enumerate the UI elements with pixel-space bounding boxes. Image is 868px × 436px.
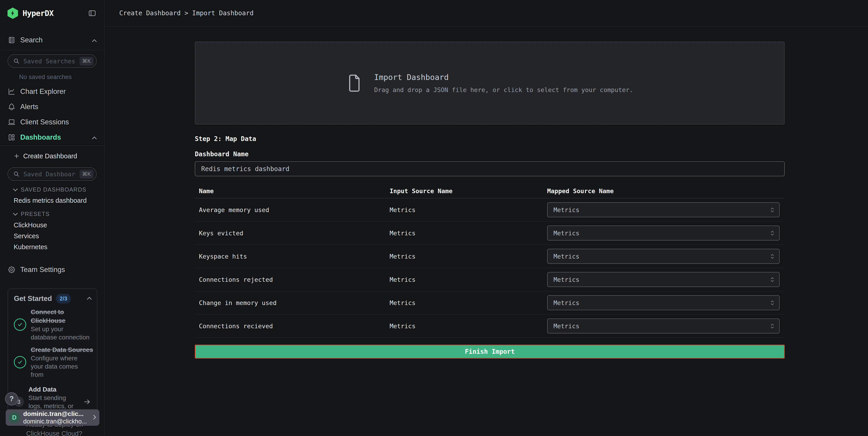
main-area: Create Dashboard > Import Dashboard Impo… (105, 0, 868, 436)
get-started-item-subtitle: Configure where your data comes from (31, 354, 91, 379)
hyperdx-logo-icon (7, 7, 18, 19)
saved-searches-search[interactable]: ⌘K (7, 54, 97, 68)
row-input-source: Metrics (390, 299, 547, 307)
sidebar-item-label: Dashboards (20, 133, 61, 142)
row-input-source: Metrics (390, 276, 547, 283)
chevron-right-icon (92, 415, 95, 420)
row-input-source: Metrics (390, 206, 547, 213)
column-header-name: Name (195, 187, 390, 195)
sidebar-item-services-preset[interactable]: Services (0, 231, 104, 241)
table-row: Connections recieved Metrics Metrics (195, 315, 785, 338)
sidebar: HyperDX Search ⌘K No saved searches Char… (0, 0, 105, 436)
create-dashboard-button[interactable]: Create Dashboard (0, 151, 104, 161)
breadcrumb: Create Dashboard > Import Dashboard (119, 9, 253, 17)
saved-searches-input[interactable] (23, 57, 76, 65)
select-chevrons-icon (771, 323, 773, 329)
mapped-source-select[interactable]: Metrics (547, 272, 780, 287)
preset-link-label: ClickHouse (14, 222, 47, 229)
preset-link-label: Services (14, 232, 39, 240)
sidebar-item-label: Client Sessions (20, 118, 69, 126)
select-value: Metrics (554, 299, 580, 307)
finish-import-button[interactable]: Finish Import (195, 345, 785, 358)
sidebar-item-alerts[interactable]: Alerts (0, 99, 104, 114)
json-file-dropzone[interactable]: Import Dashboard Drag and drop a JSON fi… (195, 41, 785, 125)
chevron-up-icon (93, 36, 96, 44)
saved-dashboards-input[interactable] (23, 170, 76, 178)
get-started-card: Get Started 2/3 Connect to ClickHouse Se… (7, 288, 97, 425)
sidebar-item-chart-explorer[interactable]: Chart Explorer (0, 84, 104, 99)
select-value: Metrics (554, 276, 580, 283)
laptop-icon (7, 118, 16, 126)
sidebar-item-redis-metrics-dashboard[interactable]: Redis metrics dashboard (0, 196, 104, 205)
select-chevrons-icon (771, 254, 773, 259)
page-header: Create Dashboard > Import Dashboard (105, 0, 868, 27)
column-header-input-source: Input Source Name (390, 187, 547, 195)
column-header-mapped-source: Mapped Source Name (547, 187, 785, 195)
dashboard-name-label: Dashboard Name (195, 150, 785, 158)
mapped-source-select[interactable]: Metrics (547, 249, 780, 264)
sidebar-item-label: Search (20, 36, 42, 44)
sidebar-collapse-button[interactable] (88, 9, 97, 18)
section-header-label: PRESETS (21, 211, 50, 217)
create-dashboard-label: Create Dashboard (23, 152, 77, 160)
mapped-source-select[interactable]: Metrics (547, 226, 780, 240)
saved-dashboards-section-header[interactable]: SAVED DASHBOARDS (0, 185, 104, 194)
row-input-source: Metrics (390, 253, 547, 260)
row-name: Connections recieved (195, 323, 390, 330)
sidebar-item-label: Alerts (20, 103, 38, 111)
promo-line-2: ClickHouse Cloud? (26, 429, 83, 436)
row-name: Keys evicted (195, 230, 390, 237)
mapped-source-select[interactable]: Metrics (547, 202, 780, 217)
app-title: HyperDX (23, 9, 54, 18)
file-icon (346, 74, 362, 93)
dashboard-link-label: Redis metrics dashboard (14, 197, 87, 204)
get-started-item-title: Add Data (28, 385, 79, 394)
select-chevrons-icon (771, 277, 773, 283)
help-button[interactable]: ? (5, 392, 18, 405)
magnifier-icon (13, 58, 20, 64)
divider (0, 145, 104, 146)
check-circle-icon (14, 356, 26, 368)
mapped-source-select[interactable]: Metrics (547, 318, 780, 333)
get-started-item-title: Create Data Sources (31, 346, 91, 354)
sidebar-item-dashboards[interactable]: Dashboards (0, 130, 104, 145)
progress-badge: 2/3 (56, 294, 71, 303)
get-started-item-data-sources[interactable]: Create Data Sources Configure where your… (14, 346, 91, 379)
sidebar-item-search[interactable]: Search (0, 34, 104, 47)
chevron-down-icon (14, 186, 17, 193)
row-name: Keyspace hits (195, 253, 390, 260)
table-row: Change in memory used Metrics Metrics (195, 291, 785, 315)
import-dashboard-content: Import Dashboard Drag and drop a JSON fi… (105, 27, 868, 358)
section-header-label: SAVED DASHBOARDS (21, 186, 87, 193)
dropzone-text: Import Dashboard Drag and drop a JSON fi… (374, 73, 633, 93)
select-value: Metrics (554, 323, 580, 330)
table-row: Connections rejected Metrics Metrics (195, 268, 785, 291)
get-started-item-connect[interactable]: Connect to ClickHouse Set up your databa… (14, 308, 91, 342)
dropzone-title: Import Dashboard (374, 73, 633, 82)
avatar: D (9, 412, 20, 423)
sidebar-item-team-settings[interactable]: Team Settings (0, 263, 104, 276)
row-name: Connections rejected (195, 276, 390, 283)
presets-section-header[interactable]: PRESETS (0, 210, 104, 218)
saved-dashboards-search[interactable]: ⌘K (7, 167, 97, 181)
select-chevrons-icon (771, 300, 773, 306)
sidebar-item-clickhouse-preset[interactable]: ClickHouse (0, 220, 104, 231)
dashboard-name-input[interactable] (195, 161, 785, 176)
user-menu[interactable]: D dominic.tran@clic... dominic.tran@clic… (6, 409, 99, 426)
mapping-table-header: Name Input Source Name Mapped Source Nam… (195, 184, 785, 198)
preset-link-label: Kubernetes (14, 243, 47, 251)
table-row: Keys evicted Metrics Metrics (195, 222, 785, 245)
get-started-header[interactable]: Get Started 2/3 (14, 294, 91, 303)
sidebar-item-kubernetes-preset[interactable]: Kubernetes (0, 241, 104, 253)
select-chevrons-icon (771, 207, 773, 213)
gear-icon (7, 266, 16, 274)
check-circle-icon (14, 318, 26, 331)
magnifier-icon (13, 171, 20, 177)
mapped-source-select[interactable]: Metrics (547, 295, 780, 310)
select-value: Metrics (554, 206, 580, 213)
get-started-item-title: Connect to ClickHouse (31, 308, 91, 325)
divider (0, 50, 104, 50)
sidebar-item-client-sessions[interactable]: Client Sessions (0, 115, 104, 129)
plus-icon (14, 153, 20, 159)
row-name: Average memory used (195, 206, 390, 213)
